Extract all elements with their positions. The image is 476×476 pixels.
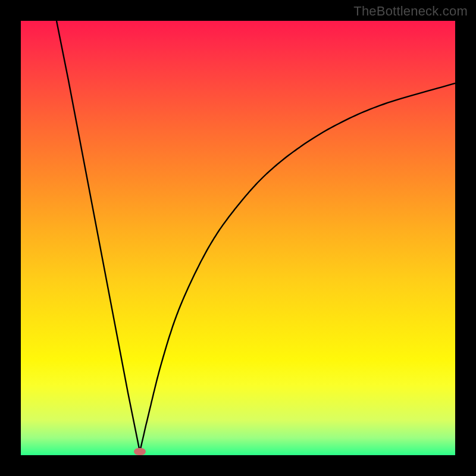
bottleneck-curve [21, 21, 455, 455]
attribution-label: TheBottleneck.com [353, 4, 468, 19]
chart-frame: TheBottleneck.com [0, 0, 476, 476]
plot-area [21, 21, 455, 455]
minimum-marker [134, 448, 146, 455]
